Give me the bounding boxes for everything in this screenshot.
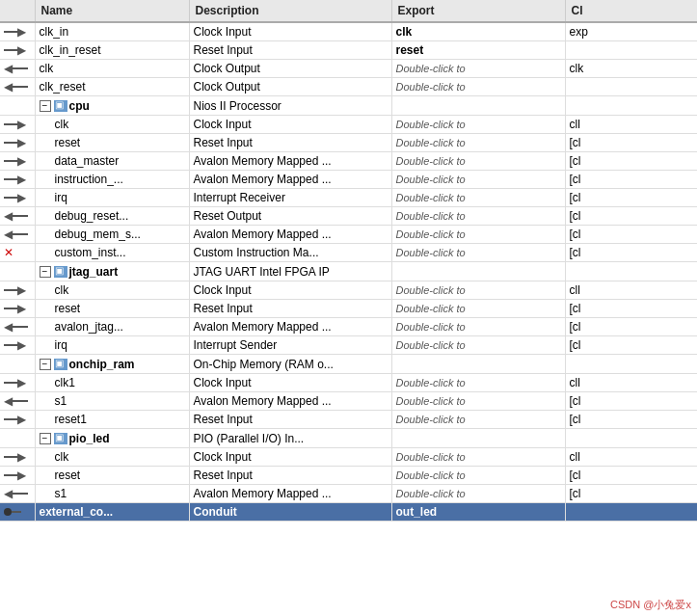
description-cell: PIO (Parallel I/O) In... bbox=[189, 429, 391, 448]
cl-cell: cll bbox=[565, 448, 697, 467]
export-cell[interactable]: Double-click to bbox=[391, 134, 565, 152]
component-name-label: onchip_ram bbox=[69, 358, 135, 371]
table-row[interactable]: ◀s1Avalon Memory Mapped ...Double-click … bbox=[0, 392, 697, 411]
table-body: ▶clk_inClock Inputclkexp▶clk_in_resetRes… bbox=[0, 22, 697, 522]
component-name-label: jtag_uart bbox=[69, 265, 119, 279]
export-cell[interactable]: Double-click to bbox=[391, 207, 565, 226]
table-row[interactable]: ▶resetReset InputDouble-click to[cl bbox=[0, 300, 697, 318]
export-cell[interactable]: Double-click to bbox=[391, 485, 565, 503]
table-row[interactable]: ▶clk_inClock Inputclkexp bbox=[0, 22, 697, 41]
name-cell: reset bbox=[35, 134, 189, 152]
description-cell: Nios II Processor bbox=[189, 96, 391, 116]
name-cell: clk_in bbox=[35, 22, 189, 41]
connector-cell bbox=[0, 503, 35, 522]
table-row[interactable]: ▶instruction_...Avalon Memory Mapped ...… bbox=[0, 171, 697, 189]
table-row[interactable]: ◀debug_reset...Reset OutputDouble-click … bbox=[0, 207, 697, 226]
table-row[interactable]: ◀s1Avalon Memory Mapped ...Double-click … bbox=[0, 485, 697, 503]
connector-cell bbox=[0, 429, 35, 448]
table-row[interactable]: −jtag_uartJTAG UART Intel FPGA IP bbox=[0, 262, 697, 281]
table-row[interactable]: −onchip_ramOn-Chip Memory (RAM o... bbox=[0, 355, 697, 374]
table-row[interactable]: external_co...Conduitout_led bbox=[0, 503, 697, 522]
export-cell[interactable] bbox=[391, 262, 565, 281]
col-header-cl: Cl bbox=[565, 0, 697, 22]
description-cell: Reset Input bbox=[189, 134, 391, 152]
name-cell: reset bbox=[35, 300, 189, 318]
table-row[interactable]: ▶data_masterAvalon Memory Mapped ...Doub… bbox=[0, 152, 697, 171]
cl-cell: cll bbox=[565, 281, 697, 300]
export-cell[interactable]: Double-click to bbox=[391, 226, 565, 244]
table-row[interactable]: ▶clk_in_resetReset Inputreset bbox=[0, 41, 697, 60]
export-cell[interactable]: Double-click to bbox=[391, 374, 565, 392]
export-cell[interactable]: clk bbox=[391, 22, 565, 41]
export-cell[interactable]: Double-click to bbox=[391, 392, 565, 411]
component-icon bbox=[54, 359, 67, 370]
export-cell[interactable]: Double-click to bbox=[391, 244, 565, 262]
export-cell[interactable]: Double-click to bbox=[391, 448, 565, 467]
cl-cell: cll bbox=[565, 116, 697, 134]
collapse-icon[interactable]: − bbox=[40, 359, 51, 370]
export-placeholder: Double-click to bbox=[396, 284, 466, 296]
table-row[interactable]: ◀debug_mem_s...Avalon Memory Mapped ...D… bbox=[0, 226, 697, 244]
component-icon bbox=[54, 100, 67, 112]
cl-cell: [cl bbox=[565, 336, 697, 355]
table-row[interactable]: ▶clk1Clock InputDouble-click tocll bbox=[0, 374, 697, 392]
table-header-row: Name Description Export Cl bbox=[0, 0, 697, 22]
export-cell[interactable]: Double-click to bbox=[391, 411, 565, 429]
connector-cell: ◀ bbox=[0, 226, 35, 244]
table-row[interactable]: −pio_ledPIO (Parallel I/O) In... bbox=[0, 429, 697, 448]
export-cell[interactable]: Double-click to bbox=[391, 189, 565, 207]
export-cell[interactable]: reset bbox=[391, 41, 565, 60]
table-row[interactable]: ▶resetReset InputDouble-click to[cl bbox=[0, 134, 697, 152]
export-cell[interactable]: Double-click to bbox=[391, 171, 565, 189]
export-cell[interactable]: Double-click to bbox=[391, 60, 565, 78]
collapse-icon[interactable]: − bbox=[40, 433, 51, 444]
cl-cell bbox=[565, 503, 697, 522]
export-cell[interactable] bbox=[391, 429, 565, 448]
table-row[interactable]: ▶clkClock InputDouble-click tocll bbox=[0, 281, 697, 300]
export-cell[interactable]: Double-click to bbox=[391, 467, 565, 485]
export-cell[interactable]: out_led bbox=[391, 503, 565, 522]
export-value: clk bbox=[396, 25, 413, 39]
port-name-label: reset bbox=[55, 302, 81, 315]
table-row[interactable]: ▶irqInterrupt SenderDouble-click to[cl bbox=[0, 336, 697, 355]
export-placeholder: Double-click to bbox=[396, 81, 466, 93]
component-name-label: pio_led bbox=[69, 432, 110, 445]
port-name-label: clk bbox=[55, 283, 69, 297]
collapse-icon[interactable]: − bbox=[40, 100, 51, 112]
component-name-label: cpu bbox=[69, 99, 90, 113]
table-row[interactable]: ✕custom_inst...Custom Instruction Ma...D… bbox=[0, 244, 697, 262]
description-cell: Reset Input bbox=[189, 411, 391, 429]
name-cell: clk_reset bbox=[35, 78, 189, 96]
table-row[interactable]: ◀clkClock OutputDouble-click toclk bbox=[0, 60, 697, 78]
export-cell[interactable]: Double-click to bbox=[391, 152, 565, 171]
export-cell[interactable] bbox=[391, 96, 565, 116]
cl-cell bbox=[565, 41, 697, 60]
table-row[interactable]: ◀avalon_jtag...Avalon Memory Mapped ...D… bbox=[0, 318, 697, 336]
name-cell: clk bbox=[35, 448, 189, 467]
table-row[interactable]: ◀clk_resetClock OutputDouble-click to bbox=[0, 78, 697, 96]
col-header-name: Name bbox=[35, 0, 189, 22]
description-cell: Clock Input bbox=[189, 116, 391, 134]
table-row[interactable]: ▶irqInterrupt ReceiverDouble-click to[cl bbox=[0, 189, 697, 207]
connector-cell: ▶ bbox=[0, 336, 35, 355]
export-cell[interactable]: Double-click to bbox=[391, 281, 565, 300]
table-row[interactable]: ▶clkClock InputDouble-click tocll bbox=[0, 448, 697, 467]
name-cell: instruction_... bbox=[35, 171, 189, 189]
description-cell: Reset Output bbox=[189, 207, 391, 226]
cl-cell: exp bbox=[565, 22, 697, 41]
table-row[interactable]: ▶clkClock InputDouble-click tocll bbox=[0, 116, 697, 134]
collapse-icon[interactable]: − bbox=[40, 266, 51, 278]
export-cell[interactable]: Double-click to bbox=[391, 300, 565, 318]
export-cell[interactable]: Double-click to bbox=[391, 78, 565, 96]
export-placeholder: Double-click to bbox=[396, 137, 466, 148]
export-cell[interactable]: Double-click to bbox=[391, 318, 565, 336]
export-cell[interactable]: Double-click to bbox=[391, 116, 565, 134]
export-cell[interactable]: Double-click to bbox=[391, 336, 565, 355]
export-cell[interactable] bbox=[391, 355, 565, 374]
connector-cell: ◀ bbox=[0, 392, 35, 411]
table-row[interactable]: ▶resetReset InputDouble-click to[cl bbox=[0, 467, 697, 485]
table-row[interactable]: ▶reset1Reset InputDouble-click to[cl bbox=[0, 411, 697, 429]
table-row[interactable]: −cpuNios II Processor bbox=[0, 96, 697, 116]
name-cell: debug_reset... bbox=[35, 207, 189, 226]
cl-cell: [cl bbox=[565, 207, 697, 226]
